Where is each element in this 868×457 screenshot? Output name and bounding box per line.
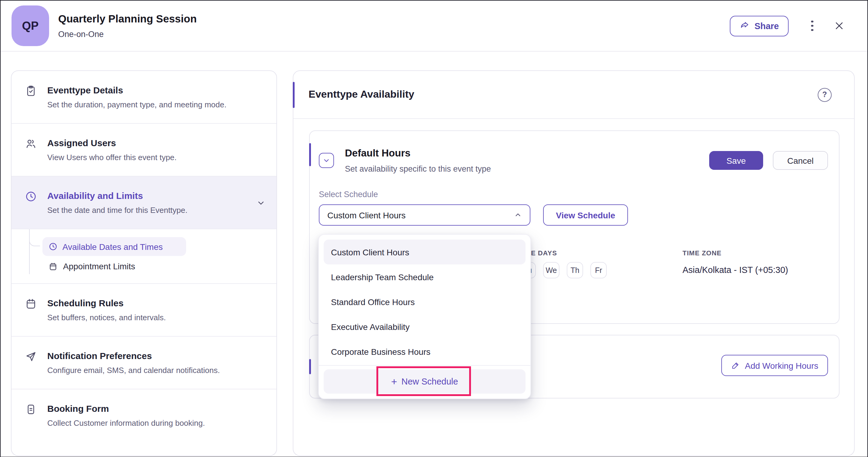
chevron-down-icon — [256, 198, 266, 207]
accent-bar — [309, 143, 311, 166]
main-panel: Eventtype Availability ? — [293, 70, 855, 456]
accent-bar — [293, 82, 294, 108]
sidebar-item-title: Scheduling Rules — [47, 296, 166, 309]
schedule-select-value: Custom Client Hours — [327, 210, 405, 220]
new-schedule-button[interactable]: + New Schedule — [324, 369, 526, 394]
eventtype-settings-modal: QP Quarterly Planning Session One-on-One… — [0, 0, 868, 457]
more-options-icon[interactable] — [807, 20, 818, 32]
chevron-up-icon — [514, 211, 522, 219]
main-panel-title: Eventtype Availability — [309, 89, 414, 101]
sidebar-item-title: Availability and Limits — [47, 189, 188, 202]
avatar: QP — [11, 5, 49, 46]
header-actions: Share — [730, 16, 844, 36]
dropdown-option-corporate-business-hours[interactable]: Corporate Business Hours — [324, 339, 526, 364]
sidebar-item-eventtype-details[interactable]: Eventtype Details Set the duration, paym… — [11, 71, 276, 124]
sidebar-item-assigned-users[interactable]: Assigned Users View Users who offer this… — [11, 124, 276, 176]
dropdown-option-custom-client-hours[interactable]: Custom Client Hours — [324, 239, 526, 264]
chevron-down-icon — [322, 156, 330, 164]
sidebar-item-desc: Configure email, SMS, and calendar notif… — [47, 365, 220, 376]
sidebar-item-desc: Set the date and time for this Eventtype… — [47, 205, 188, 216]
clipboard-check-icon — [25, 85, 37, 97]
sidebar-item-availability-and-limits[interactable]: Availability and Limits Set the date and… — [11, 176, 276, 229]
subitem-label: Available Dates and Times — [62, 242, 163, 251]
share-button-label: Share — [754, 21, 779, 31]
pencil-icon — [731, 361, 740, 370]
dropdown-option-standard-office-hours[interactable]: Standard Office Hours — [324, 289, 526, 314]
main-panel-content: Default Hours Set availability specific … — [293, 119, 854, 456]
time-zone-field: TIME ZONE Asia/Kolkata - IST (+05:30) — [683, 249, 788, 275]
schedule-select[interactable]: Custom Client Hours — [319, 204, 530, 226]
view-schedule-button[interactable]: View Schedule — [543, 204, 628, 226]
sidebar-item-scheduling-rules[interactable]: Scheduling Rules Set buffers, notices, a… — [11, 284, 276, 337]
main-panel-header: Eventtype Availability ? — [293, 71, 854, 119]
sidebar-item-desc: View Users who offer this event type. — [47, 152, 177, 163]
close-icon[interactable] — [834, 21, 844, 31]
time-zone-value: Asia/Kolkata - IST (+05:30) — [683, 265, 788, 275]
share-icon — [739, 21, 749, 31]
dropdown-option-executive-availability[interactable]: Executive Availability — [324, 314, 526, 339]
header-titles: Quarterly Planning Session One-on-One — [58, 12, 197, 39]
day-chip[interactable]: We — [543, 262, 559, 278]
dropdown-divider — [319, 365, 530, 366]
day-chip[interactable]: Th — [567, 262, 583, 278]
sidebar-subitem-appointment-limits[interactable]: Appointment Limits — [49, 261, 264, 271]
sidebar-item-title: Eventtype Details — [47, 84, 226, 96]
day-chip[interactable]: Fr — [590, 262, 607, 278]
page-title: Quarterly Planning Session — [58, 12, 197, 26]
form-icon — [25, 403, 37, 416]
sidebar-subitem-available-dates-and-times[interactable]: Available Dates and Times — [42, 237, 186, 256]
send-icon — [25, 350, 37, 363]
modal-body: Eventtype Details Set the duration, paym… — [1, 52, 867, 456]
modal-header: QP Quarterly Planning Session One-on-One… — [1, 1, 867, 52]
default-hours-header: Default Hours Set availability specific … — [310, 131, 839, 173]
add-working-hours-button[interactable]: Add Working Hours — [721, 355, 828, 376]
help-icon[interactable]: ? — [818, 88, 832, 102]
sidebar-item-title: Notification Preferences — [47, 349, 220, 362]
users-icon — [25, 138, 37, 150]
page-subtitle: One-on-One — [58, 30, 197, 39]
calendar-icon — [25, 298, 37, 310]
time-zone-label: TIME ZONE — [683, 249, 788, 257]
avatar-initials: QP — [22, 19, 39, 32]
tree-connector — [29, 229, 40, 246]
new-schedule-label: New Schedule — [401, 377, 458, 387]
collapse-section-button[interactable] — [319, 153, 334, 168]
settings-sidebar: Eventtype Details Set the duration, paym… — [11, 70, 277, 456]
plus-icon: + — [391, 376, 397, 387]
save-button[interactable]: Save — [709, 151, 763, 170]
clock-icon — [25, 191, 37, 203]
calendar-icon — [49, 262, 58, 271]
sidebar-item-notification-preferences[interactable]: Notification Preferences Configure email… — [11, 337, 276, 389]
share-button[interactable]: Share — [730, 16, 788, 36]
sidebar-item-booking-form[interactable]: Booking Form Collect Customer informatio… — [11, 389, 276, 441]
sidebar-subsection: Available Dates and Times Appointment Li… — [11, 229, 276, 284]
section-title: Default Hours — [345, 146, 491, 160]
accent-bar — [309, 359, 311, 374]
sidebar-item-desc: Set the duration, payment type, and meet… — [47, 99, 226, 110]
section-subtitle: Set availability specific to this event … — [345, 164, 491, 173]
subitem-label: Appointment Limits — [63, 261, 135, 271]
select-schedule-label: Select Schedule — [319, 190, 839, 199]
add-working-hours-label: Add Working Hours — [745, 361, 818, 370]
clock-icon — [49, 242, 58, 251]
sidebar-item-title: Booking Form — [47, 402, 205, 415]
dropdown-option-leadership-team-schedule[interactable]: Leadership Team Schedule — [324, 264, 526, 289]
cancel-button[interactable]: Cancel — [773, 151, 828, 170]
sidebar-item-title: Assigned Users — [47, 137, 177, 149]
sidebar-item-desc: Collect Customer information during book… — [47, 418, 205, 429]
schedule-dropdown-menu: Custom Client Hours Leadership Team Sche… — [318, 234, 531, 399]
sidebar-item-desc: Set buffers, notices, and intervals. — [47, 312, 166, 323]
